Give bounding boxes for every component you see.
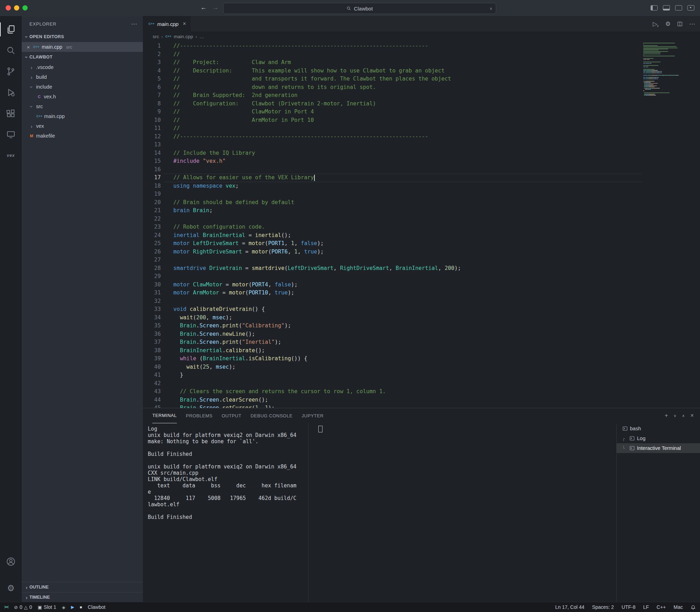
code-line[interactable]: //--------------------------------------…	[164, 42, 642, 50]
status-encoding[interactable]: UTF-8	[622, 604, 636, 610]
line-number[interactable]: 24	[143, 231, 164, 240]
line-number[interactable]: 17	[143, 174, 164, 182]
line-number[interactable]: 43	[143, 388, 164, 396]
line-number[interactable]: 2	[143, 50, 164, 59]
breadcrumb-src[interactable]: src	[153, 34, 159, 39]
line-number[interactable]: 41	[143, 371, 164, 380]
breadcrumb[interactable]: src › C++ main.cpp › …	[143, 32, 700, 41]
code-line[interactable]: Brain.Screen.print("Inertial");	[164, 338, 642, 347]
code-line[interactable]: // down and returns to its original spot…	[164, 83, 642, 92]
line-number[interactable]: 14	[143, 149, 164, 158]
code-line[interactable]	[164, 380, 642, 388]
terminal-list-item-log[interactable]: ┌Log	[617, 433, 700, 443]
tree-item-makefile[interactable]: Mmakefile	[22, 131, 143, 141]
code-line[interactable]: // Description: This example will show h…	[164, 67, 642, 75]
code-line[interactable]: }	[164, 371, 642, 380]
maximize-panel-icon[interactable]: ∧	[682, 413, 685, 418]
code-line[interactable]: // Robot configuration code.	[164, 223, 642, 231]
code-line[interactable]	[164, 190, 642, 199]
line-number[interactable]: 34	[143, 314, 164, 322]
code-line[interactable]: inertial BrainInertial = inertial();	[164, 231, 642, 240]
line-number[interactable]: 4	[143, 67, 164, 75]
line-number[interactable]: 22	[143, 215, 164, 223]
code-line[interactable]: // Clears the screen and returns the cur…	[164, 388, 642, 396]
line-number[interactable]: 12	[143, 133, 164, 141]
accounts-icon[interactable]	[0, 551, 22, 572]
back-button[interactable]: ←	[200, 4, 207, 11]
line-number[interactable]: 42	[143, 380, 164, 388]
stop-button[interactable]: ■	[80, 605, 82, 609]
more-actions-icon[interactable]: ⋯	[131, 20, 137, 28]
minimap[interactable]	[643, 43, 696, 96]
tree-item-include[interactable]: ›include	[22, 82, 143, 92]
code-line[interactable]: wait(200, msec);	[164, 314, 642, 322]
vex-extension-icon[interactable]: vex	[0, 145, 22, 166]
tab-main-cpp[interactable]: C++ main.cpp ×	[143, 16, 190, 32]
code-line[interactable]: BrainInertial.calibrate();	[164, 347, 642, 355]
outline-section-header[interactable]: › OUTLINE	[22, 582, 143, 592]
minimize-window-button[interactable]	[14, 5, 19, 11]
line-number[interactable]: 36	[143, 330, 164, 339]
line-number[interactable]: 32	[143, 297, 164, 306]
code-line[interactable]: void calibrateDrivetrain() {	[164, 305, 642, 314]
line-number[interactable]: 18	[143, 182, 164, 190]
code-line[interactable]: motor ArmMotor = motor(PORT10, true);	[164, 289, 642, 297]
code-editor[interactable]: 1234567891011121314151617181920212223242…	[143, 41, 700, 408]
run-file-button[interactable]: ▷∨	[653, 20, 659, 28]
code-line[interactable]: motor RightDriveSmart = motor(PORT6, 1, …	[164, 248, 642, 256]
code-line[interactable]	[164, 215, 642, 223]
settings-gear-icon[interactable]: ⚙	[665, 20, 671, 28]
status-cursor-position[interactable]: Ln 17, Col 44	[555, 604, 584, 610]
terminal-list-item-interactive-terminal[interactable]: └Interactive Terminal	[617, 443, 700, 453]
extensions-icon[interactable]	[0, 103, 22, 124]
line-number[interactable]: 5	[143, 75, 164, 83]
line-number[interactable]: 29	[143, 272, 164, 281]
breadcrumb-symbol[interactable]: …	[199, 34, 204, 39]
open-editors-section-header[interactable]: › OPEN EDITORS	[22, 32, 143, 42]
play-button[interactable]: ▶	[71, 605, 74, 610]
tree-item-src[interactable]: ›src	[22, 102, 143, 111]
line-number[interactable]: 28	[143, 264, 164, 273]
line-number[interactable]: 39	[143, 355, 164, 363]
forward-button[interactable]: →	[212, 4, 219, 11]
run-debug-icon[interactable]	[0, 82, 22, 103]
code-line[interactable]: Brain.Screen.newLine();	[164, 330, 642, 339]
line-number[interactable]: 20	[143, 199, 164, 207]
line-number[interactable]: 9	[143, 108, 164, 116]
code-line[interactable]	[164, 297, 642, 306]
status-keymap[interactable]: Mac	[674, 604, 683, 610]
explorer-icon[interactable]	[0, 19, 22, 40]
tree-item-main-cpp[interactable]: C++main.cpp	[22, 111, 143, 121]
line-number[interactable]: 30	[143, 281, 164, 289]
line-number[interactable]: 3	[143, 58, 164, 67]
line-number[interactable]: 26	[143, 248, 164, 256]
status-eol[interactable]: LF	[643, 604, 649, 610]
code-line[interactable]: using namespace vex;	[164, 182, 642, 190]
terminal-output[interactable]: Logunix build for platform vexiq2 on Dar…	[148, 426, 306, 520]
code-line[interactable]: //	[164, 124, 642, 133]
more-actions-icon[interactable]: ⋯	[689, 20, 695, 28]
search-icon[interactable]	[0, 40, 22, 61]
status-language-mode[interactable]: C++	[657, 604, 666, 610]
line-number[interactable]: 25	[143, 239, 164, 248]
command-center[interactable]: Clawbot ∨	[223, 3, 496, 14]
close-icon[interactable]: ×	[183, 21, 186, 27]
code-line[interactable]: // Brain Supported: 2nd generation	[164, 91, 642, 100]
brain-status[interactable]: ◈	[62, 605, 65, 610]
code-line[interactable]: // Include the IQ Library	[164, 149, 642, 158]
panel-tab-output[interactable]: OUTPUT	[222, 408, 241, 423]
code-line[interactable]: //	[164, 50, 642, 59]
source-control-icon[interactable]	[0, 61, 22, 82]
line-number[interactable]: 21	[143, 207, 164, 215]
close-icon[interactable]: ×	[26, 44, 31, 50]
line-number[interactable]: 15	[143, 157, 164, 166]
line-number[interactable]: 10	[143, 116, 164, 125]
code-line[interactable]: while (BrainInertial.isCalibrating()) {	[164, 355, 642, 363]
line-number[interactable]: 8	[143, 100, 164, 108]
panel-tab-debug-console[interactable]: DEBUG CONSOLE	[250, 408, 292, 423]
line-number[interactable]: 33	[143, 305, 164, 314]
split-editor-icon[interactable]	[677, 21, 683, 27]
code-line[interactable]: // ClawMotor in Port 4	[164, 108, 642, 116]
code-line[interactable]	[164, 141, 642, 149]
slot-selector[interactable]: ▣ Slot 1	[38, 604, 56, 610]
